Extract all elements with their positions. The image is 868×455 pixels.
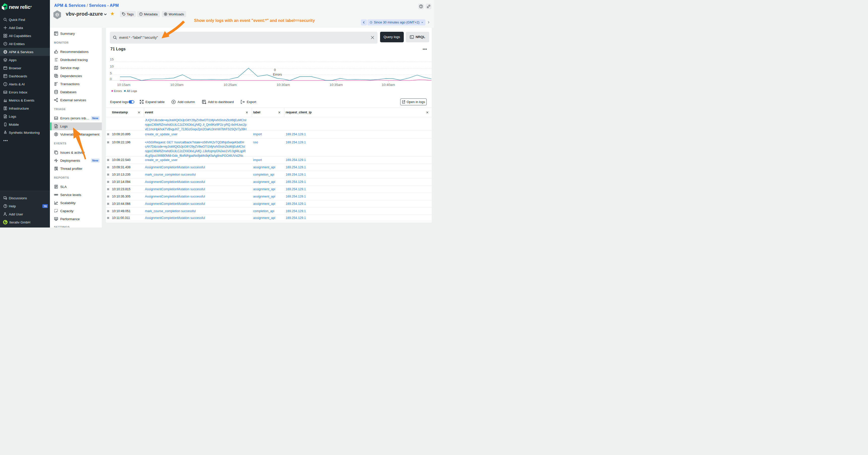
svg-text:10: 10 <box>110 65 114 68</box>
svg-text:10:40am: 10:40am <box>382 83 395 87</box>
svg-text:10:20am: 10:20am <box>170 83 184 87</box>
svg-text:10:15am: 10:15am <box>117 83 130 87</box>
svg-text:10:35am: 10:35am <box>330 83 343 87</box>
svg-text:10:30am: 10:30am <box>277 83 290 87</box>
svg-text:0: 0 <box>110 77 112 81</box>
svg-text:15: 15 <box>110 58 114 61</box>
svg-text:0: 0 <box>274 68 276 72</box>
svg-text:Errors: Errors <box>273 72 282 76</box>
svg-text:5: 5 <box>110 71 112 75</box>
svg-text:10:25am: 10:25am <box>223 83 237 87</box>
